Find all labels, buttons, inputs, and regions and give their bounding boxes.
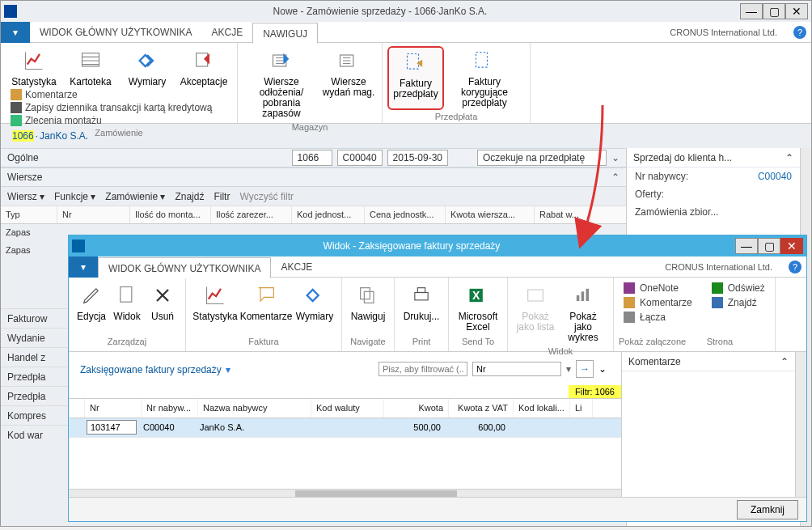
lacza-link[interactable]: Łącza: [624, 312, 692, 323]
svg-rect-16: [586, 289, 590, 301]
col-nrnabyw[interactable]: Nr nabyw...: [142, 399, 198, 418]
maximize-button[interactable]: ▢: [758, 238, 780, 254]
col-lokal[interactable]: Kod lokali...: [514, 399, 570, 418]
drukuj-button[interactable]: Drukuj...: [400, 281, 443, 324]
doc-customer: JanKo S.A.: [40, 130, 88, 142]
col-li[interactable]: Li: [570, 399, 593, 418]
table-row[interactable]: 103147 C00040 JanKo S.A. 500,00 600,00: [69, 418, 621, 438]
usun-button[interactable]: Usuń: [145, 281, 180, 324]
horizontal-scrollbar[interactable]: [69, 489, 621, 497]
faktury-korygujace-button[interactable]: Faktury korygujące przedpłaty: [444, 46, 525, 110]
cell-amt: 500,00: [381, 418, 446, 437]
main-ribbon: Statystyka Kartoteka Wymiary Akceptacje …: [1, 43, 811, 124]
komentarze-button[interactable]: Komentarze: [239, 281, 293, 324]
svg-rect-10: [417, 288, 425, 293]
funkcje-menu[interactable]: Funkcje ▾: [54, 191, 95, 202]
akceptacje-button[interactable]: Akceptacje: [176, 46, 232, 89]
general-cust-field: C00040: [337, 150, 383, 166]
onenote-icon: [624, 282, 635, 294]
kartoteka-button[interactable]: Kartoteka: [62, 46, 119, 89]
company-label: CRONUS International Ltd.: [665, 262, 772, 272]
nawiguj-button[interactable]: Nawiguj: [347, 281, 389, 324]
svg-rect-8: [364, 291, 374, 303]
faktury-przedplaty-button[interactable]: Faktury przedpłaty: [387, 46, 444, 110]
tab-nawiguj[interactable]: NAWIGUJ: [252, 23, 318, 44]
wiersze-odlozenia-button[interactable]: Wiersze odłożenia/ pobrania zapasów: [243, 46, 320, 121]
komentarze-link[interactable]: Komentarze: [11, 89, 212, 100]
komentarze-link[interactable]: Komentarze: [624, 297, 692, 308]
vertical-scrollbar[interactable]: [795, 352, 806, 497]
onenote-link[interactable]: OneNote: [624, 282, 692, 294]
chevron-up-icon[interactable]: ⌃: [785, 152, 793, 163]
close-button[interactable]: ✕: [780, 238, 803, 254]
maximize-button[interactable]: ▢: [763, 3, 785, 19]
odswiez-link[interactable]: Odśwież: [712, 282, 765, 294]
tab-widok-glowny[interactable]: WIDOK GŁÓWNY UŻYTKOWNIKA: [30, 22, 201, 43]
active-filter-tag: Filtr: 1066: [569, 385, 621, 398]
factbox-header[interactable]: Sprzedaj do klienta h...⌃: [627, 148, 800, 167]
wiersze-wydan-button[interactable]: Wiersze wydań mag.: [320, 46, 377, 121]
pokaz-lista-button: Pokaż jako lista: [513, 281, 558, 345]
minimize-button[interactable]: —: [735, 238, 758, 254]
filter-field-select[interactable]: [472, 362, 561, 376]
znajdz-button[interactable]: Znajdź: [175, 191, 204, 202]
help-icon[interactable]: ?: [789, 261, 801, 273]
wymiary-button[interactable]: Wymiary: [119, 46, 176, 89]
sub-ribbon: Edycja Widok Usuń Zarządzaj Statystyka K…: [69, 278, 806, 352]
wyczysc-filtr-button[interactable]: Wyczyść filtr: [239, 191, 294, 202]
lines-toolbar: Wiersz ▾ Funkcje ▾ Zamówienie ▾ Znajdź F…: [1, 187, 626, 206]
sub-titlebar: Widok - Zaksięgowane faktury sprzedaży —…: [69, 235, 806, 257]
doc-number: 1066: [12, 130, 34, 142]
wymiary-button[interactable]: Wymiary: [293, 281, 336, 324]
app-icon: [72, 240, 85, 252]
col-waluta[interactable]: Kod waluty: [311, 399, 384, 418]
tab-akcje[interactable]: AKCJE: [271, 257, 322, 278]
col-nr[interactable]: Nr: [85, 399, 142, 418]
refresh-icon: [712, 282, 723, 294]
svg-rect-14: [577, 295, 580, 301]
chevron-up-icon[interactable]: ⌃: [780, 356, 789, 367]
svg-rect-6: [121, 287, 132, 303]
chevron-up-icon[interactable]: ⌃: [611, 172, 620, 183]
help-icon[interactable]: ?: [793, 26, 806, 39]
nr-nabywcy-link[interactable]: C00040: [758, 171, 792, 182]
cell-nr[interactable]: 103147: [87, 420, 137, 435]
chevron-down-icon[interactable]: ⌄: [598, 363, 607, 375]
filtr-button[interactable]: Filtr: [214, 191, 230, 202]
col-kwota[interactable]: Kwota: [384, 399, 449, 418]
zamknij-button[interactable]: Zamknij: [737, 500, 798, 519]
excel-button[interactable]: XMicrosoft Excel: [454, 281, 502, 334]
comment-icon: [624, 297, 635, 308]
zapisy-karta-link[interactable]: Zapisy dziennika transakcji kartą kredyt…: [11, 102, 212, 113]
tab-widok-glowny[interactable]: WIDOK GŁÓWNY UŻYTKOWNIKA: [98, 257, 271, 278]
svg-rect-7: [361, 288, 370, 299]
general-status-field: Oczekuje na przedpłatę: [477, 150, 607, 166]
filter-go-button[interactable]: →: [576, 360, 594, 378]
tab-akcje[interactable]: AKCJE: [201, 22, 252, 43]
filter-input[interactable]: [379, 362, 467, 376]
widok-button[interactable]: Widok: [109, 281, 145, 324]
factbox-komentarze-header[interactable]: Komentarze⌃: [622, 352, 795, 371]
edycja-button[interactable]: Edycja: [74, 281, 109, 324]
cell-cust: C00040: [138, 418, 195, 437]
statystyka-button[interactable]: Statystyka: [191, 281, 239, 324]
app-menu-dropdown[interactable]: ▾: [69, 257, 98, 278]
col-kwotavat[interactable]: Kwota z VAT: [449, 399, 514, 418]
zamowienie-menu[interactable]: Zamówienie ▾: [105, 191, 165, 202]
window-title: Nowe - Zamówienie sprzedaży - 1066·JanKo…: [20, 6, 740, 17]
pokaz-wykres-button[interactable]: Pokaż jako wykres: [558, 281, 608, 345]
company-label: CRONUS International Ltd.: [670, 28, 777, 37]
close-button[interactable]: ✕: [785, 3, 808, 19]
cell-name: JanKo S.A.: [195, 418, 308, 437]
wiersz-menu[interactable]: Wiersz ▾: [7, 191, 44, 202]
fasttab-wiersze[interactable]: Wiersze ⌃: [1, 167, 626, 187]
group-przedplata-label: Przedpłata: [435, 110, 478, 123]
svg-rect-13: [528, 290, 543, 301]
fasttab-ogolne[interactable]: Ogólne 1066 C00040 2015-09-30 Oczekuje n…: [1, 148, 626, 167]
statystyka-button[interactable]: Statystyka: [6, 46, 62, 89]
col-nazwa[interactable]: Nazwa nabywcy: [198, 399, 311, 418]
chevron-down-icon[interactable]: ⌄: [611, 152, 620, 163]
app-menu-dropdown[interactable]: ▾: [1, 22, 30, 43]
znajdz-link[interactable]: Znajdź: [712, 297, 765, 308]
minimize-button[interactable]: —: [740, 3, 763, 19]
